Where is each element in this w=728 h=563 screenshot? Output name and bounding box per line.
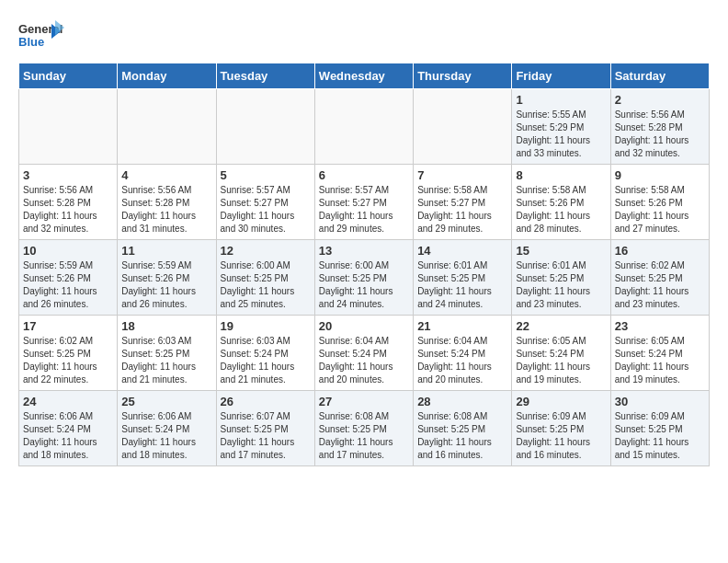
calendar-cell: 10Sunrise: 5:59 AM Sunset: 5:26 PM Dayli… bbox=[19, 240, 118, 316]
week-row-1: 1Sunrise: 5:55 AM Sunset: 5:29 PM Daylig… bbox=[19, 89, 710, 165]
day-number: 2 bbox=[615, 93, 705, 107]
header-day-friday: Friday bbox=[512, 63, 610, 89]
day-info: Sunrise: 6:05 AM Sunset: 5:24 PM Dayligh… bbox=[516, 335, 606, 386]
day-info: Sunrise: 6:00 AM Sunset: 5:25 PM Dayligh… bbox=[221, 259, 311, 311]
day-info: Sunrise: 5:56 AM Sunset: 5:28 PM Dayligh… bbox=[615, 109, 705, 160]
day-number: 11 bbox=[121, 244, 211, 258]
calendar-header: SundayMondayTuesdayWednesdayThursdayFrid… bbox=[19, 63, 710, 89]
day-number: 12 bbox=[221, 244, 311, 258]
header-row: SundayMondayTuesdayWednesdayThursdayFrid… bbox=[19, 63, 710, 89]
day-number: 14 bbox=[417, 244, 507, 258]
day-number: 3 bbox=[23, 168, 113, 182]
day-info: Sunrise: 6:02 AM Sunset: 5:25 PM Dayligh… bbox=[23, 335, 113, 386]
calendar-cell: 12Sunrise: 6:00 AM Sunset: 5:25 PM Dayli… bbox=[216, 240, 314, 316]
day-info: Sunrise: 6:08 AM Sunset: 5:25 PM Dayligh… bbox=[319, 410, 409, 462]
calendar-cell: 17Sunrise: 6:02 AM Sunset: 5:25 PM Dayli… bbox=[19, 316, 118, 391]
calendar-cell: 22Sunrise: 6:05 AM Sunset: 5:24 PM Dayli… bbox=[512, 316, 610, 391]
calendar-cell: 26Sunrise: 6:07 AM Sunset: 5:25 PM Dayli… bbox=[216, 391, 314, 466]
calendar-cell: 23Sunrise: 6:05 AM Sunset: 5:24 PM Dayli… bbox=[610, 316, 709, 391]
day-info: Sunrise: 6:01 AM Sunset: 5:25 PM Dayligh… bbox=[516, 259, 606, 311]
day-number: 25 bbox=[121, 395, 211, 408]
week-row-4: 17Sunrise: 6:02 AM Sunset: 5:25 PM Dayli… bbox=[19, 316, 710, 391]
calendar-cell: 2Sunrise: 5:56 AM Sunset: 5:28 PM Daylig… bbox=[610, 89, 709, 165]
day-info: Sunrise: 6:04 AM Sunset: 5:24 PM Dayligh… bbox=[417, 335, 507, 386]
header-day-thursday: Thursday bbox=[414, 63, 512, 89]
day-number: 6 bbox=[319, 168, 409, 182]
calendar-cell: 30Sunrise: 6:09 AM Sunset: 5:25 PM Dayli… bbox=[610, 391, 709, 466]
calendar-cell bbox=[216, 89, 314, 165]
day-number: 18 bbox=[121, 319, 211, 333]
header-day-monday: Monday bbox=[118, 63, 216, 89]
day-info: Sunrise: 5:56 AM Sunset: 5:28 PM Dayligh… bbox=[121, 184, 211, 236]
day-info: Sunrise: 6:09 AM Sunset: 5:25 PM Dayligh… bbox=[516, 410, 606, 462]
calendar-cell: 3Sunrise: 5:56 AM Sunset: 5:28 PM Daylig… bbox=[19, 165, 118, 240]
calendar-cell: 11Sunrise: 5:59 AM Sunset: 5:26 PM Dayli… bbox=[118, 240, 216, 316]
day-number: 23 bbox=[615, 319, 705, 333]
calendar-table: SundayMondayTuesdayWednesdayThursdayFrid… bbox=[18, 63, 710, 466]
day-info: Sunrise: 6:03 AM Sunset: 5:24 PM Dayligh… bbox=[221, 335, 311, 386]
day-number: 27 bbox=[319, 395, 409, 408]
day-number: 16 bbox=[615, 244, 705, 258]
calendar-cell: 7Sunrise: 5:58 AM Sunset: 5:27 PM Daylig… bbox=[414, 165, 512, 240]
logo: GeneralBlue bbox=[18, 18, 64, 53]
header-day-wednesday: Wednesday bbox=[314, 63, 413, 89]
calendar-cell bbox=[414, 89, 512, 165]
calendar-cell: 24Sunrise: 6:06 AM Sunset: 5:24 PM Dayli… bbox=[19, 391, 118, 466]
calendar-cell: 6Sunrise: 5:57 AM Sunset: 5:27 PM Daylig… bbox=[314, 165, 413, 240]
day-info: Sunrise: 6:00 AM Sunset: 5:25 PM Dayligh… bbox=[319, 259, 409, 311]
day-number: 21 bbox=[417, 319, 507, 333]
day-info: Sunrise: 6:05 AM Sunset: 5:24 PM Dayligh… bbox=[615, 335, 705, 386]
week-row-5: 24Sunrise: 6:06 AM Sunset: 5:24 PM Dayli… bbox=[19, 391, 710, 466]
day-number: 8 bbox=[516, 168, 606, 182]
header: GeneralBlue bbox=[18, 18, 710, 53]
calendar-cell: 21Sunrise: 6:04 AM Sunset: 5:24 PM Dayli… bbox=[414, 316, 512, 391]
day-info: Sunrise: 6:04 AM Sunset: 5:24 PM Dayligh… bbox=[319, 335, 409, 386]
day-info: Sunrise: 5:58 AM Sunset: 5:26 PM Dayligh… bbox=[615, 184, 705, 236]
day-number: 4 bbox=[121, 168, 211, 182]
calendar-cell: 16Sunrise: 6:02 AM Sunset: 5:25 PM Dayli… bbox=[610, 240, 709, 316]
header-day-tuesday: Tuesday bbox=[216, 63, 314, 89]
day-number: 28 bbox=[417, 395, 507, 408]
calendar-cell: 25Sunrise: 6:06 AM Sunset: 5:24 PM Dayli… bbox=[118, 391, 216, 466]
day-number: 13 bbox=[319, 244, 409, 258]
calendar-body: 1Sunrise: 5:55 AM Sunset: 5:29 PM Daylig… bbox=[19, 89, 710, 466]
calendar-cell: 28Sunrise: 6:08 AM Sunset: 5:25 PM Dayli… bbox=[414, 391, 512, 466]
day-number: 15 bbox=[516, 244, 606, 258]
header-day-saturday: Saturday bbox=[610, 63, 709, 89]
day-number: 1 bbox=[516, 93, 606, 107]
day-info: Sunrise: 5:56 AM Sunset: 5:28 PM Dayligh… bbox=[23, 184, 113, 236]
calendar-cell: 8Sunrise: 5:58 AM Sunset: 5:26 PM Daylig… bbox=[512, 165, 610, 240]
calendar-cell bbox=[118, 89, 216, 165]
svg-text:Blue: Blue bbox=[18, 35, 44, 49]
day-info: Sunrise: 5:59 AM Sunset: 5:26 PM Dayligh… bbox=[23, 259, 113, 311]
day-number: 20 bbox=[319, 319, 409, 333]
day-number: 17 bbox=[23, 319, 113, 333]
day-info: Sunrise: 6:06 AM Sunset: 5:24 PM Dayligh… bbox=[121, 410, 211, 462]
day-info: Sunrise: 6:07 AM Sunset: 5:25 PM Dayligh… bbox=[221, 410, 311, 462]
calendar-cell: 20Sunrise: 6:04 AM Sunset: 5:24 PM Dayli… bbox=[314, 316, 413, 391]
day-number: 22 bbox=[516, 319, 606, 333]
day-number: 24 bbox=[23, 395, 113, 408]
day-info: Sunrise: 6:03 AM Sunset: 5:25 PM Dayligh… bbox=[121, 335, 211, 386]
calendar-cell: 18Sunrise: 6:03 AM Sunset: 5:25 PM Dayli… bbox=[118, 316, 216, 391]
calendar-cell: 27Sunrise: 6:08 AM Sunset: 5:25 PM Dayli… bbox=[314, 391, 413, 466]
calendar-cell: 5Sunrise: 5:57 AM Sunset: 5:27 PM Daylig… bbox=[216, 165, 314, 240]
calendar-cell: 1Sunrise: 5:55 AM Sunset: 5:29 PM Daylig… bbox=[512, 89, 610, 165]
day-number: 29 bbox=[516, 395, 606, 408]
calendar-cell bbox=[314, 89, 413, 165]
day-info: Sunrise: 5:58 AM Sunset: 5:27 PM Dayligh… bbox=[417, 184, 507, 236]
day-number: 5 bbox=[221, 168, 311, 182]
day-info: Sunrise: 6:02 AM Sunset: 5:25 PM Dayligh… bbox=[615, 259, 705, 311]
week-row-2: 3Sunrise: 5:56 AM Sunset: 5:28 PM Daylig… bbox=[19, 165, 710, 240]
week-row-3: 10Sunrise: 5:59 AM Sunset: 5:26 PM Dayli… bbox=[19, 240, 710, 316]
day-info: Sunrise: 5:57 AM Sunset: 5:27 PM Dayligh… bbox=[221, 184, 311, 236]
day-number: 19 bbox=[221, 319, 311, 333]
calendar-cell: 9Sunrise: 5:58 AM Sunset: 5:26 PM Daylig… bbox=[610, 165, 709, 240]
day-info: Sunrise: 6:08 AM Sunset: 5:25 PM Dayligh… bbox=[417, 410, 507, 462]
calendar-cell bbox=[19, 89, 118, 165]
day-info: Sunrise: 6:01 AM Sunset: 5:25 PM Dayligh… bbox=[417, 259, 507, 311]
day-info: Sunrise: 5:58 AM Sunset: 5:26 PM Dayligh… bbox=[516, 184, 606, 236]
day-number: 10 bbox=[23, 244, 113, 258]
day-number: 30 bbox=[615, 395, 705, 408]
day-info: Sunrise: 5:55 AM Sunset: 5:29 PM Dayligh… bbox=[516, 109, 606, 160]
